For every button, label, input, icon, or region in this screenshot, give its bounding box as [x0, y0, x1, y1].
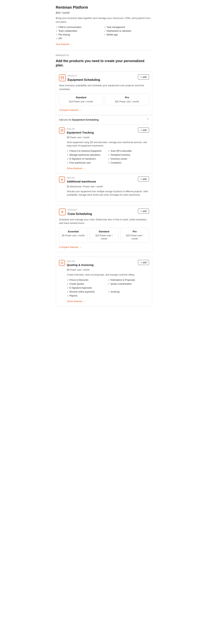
feat-prices-discounts: ✓ Prices & Discounts: [67, 278, 108, 282]
product-crew-scheduling: PRODUCT Crew Scheduling + add Schedule a…: [56, 205, 152, 252]
additional-warehouse-icon: [59, 176, 65, 182]
addon-type-quoting: ADD-ON: [67, 260, 94, 263]
feat-quote-customization: ✓ Quote Customization: [108, 282, 149, 286]
plan-price-pro-crew: $25 Power user / month: [123, 234, 146, 240]
addon-desc-warehouse: Allocate your equipment from multiple st…: [67, 190, 149, 196]
product-equipment-scheduling: PRODUCT Equipment Scheduling + add View …: [56, 71, 152, 202]
product-desc-equipment: View inventory availability and schedule…: [59, 84, 149, 91]
product-type-crew: PRODUCT: [68, 208, 92, 211]
feat-invoicing: ✓ Invoicing: [108, 290, 149, 294]
feat-estimations: ✓ Estimations & Proposals: [108, 278, 149, 282]
feature-team: ✓ Team collaboration: [56, 29, 104, 33]
crew-scheduling-icon: [59, 208, 66, 215]
products-section-heading: Add the products you need to create your…: [56, 59, 152, 68]
plan-name-standard: Standard: [62, 96, 100, 100]
feat-inventory-counts: ✓ Inventory counts: [108, 157, 149, 160]
plan-standard-crew[interactable]: Standard $19 Power user / month: [90, 228, 118, 242]
plan-name-pro-crew: Pro: [123, 230, 146, 234]
addon-name-warehouse: Additional warehouse: [67, 180, 96, 184]
equipment-tracking-icon: [59, 128, 65, 134]
addon-header-warehouse: ADD-ON Additional warehouse + add: [59, 176, 149, 184]
feature-api: ✓ API: [56, 37, 104, 40]
addon-header-tracking: ADD-ON Equipment Tracking + add: [59, 128, 149, 135]
plan-name-pro: Pro: [108, 96, 146, 100]
addon-features-quoting: ✓ Prices & Discounts ✓ Estimations & Pro…: [67, 278, 149, 298]
feature-crm: ✓ CRM & communication: [56, 26, 104, 29]
plan-standard-equipment[interactable]: Standard $19 Power user / month: [59, 94, 103, 105]
addon-header-left-warehouse: ADD-ON Additional warehouse: [59, 176, 96, 184]
feature-task: ✓ Task management: [104, 26, 152, 29]
svg-point-2: [63, 77, 63, 77]
plan-name-essential: Essential: [62, 230, 85, 234]
plan-pro-equipment[interactable]: Pro $25 Power user / month: [105, 94, 149, 105]
plan-essential-crew[interactable]: Essential $9 Power user / month: [59, 228, 88, 242]
feature-file: ✓ File sharing: [56, 33, 104, 36]
product-card-crew: PRODUCT Crew Scheduling + add Schedule a…: [56, 205, 152, 252]
product-header-crew: PRODUCT Crew Scheduling + add: [59, 208, 149, 216]
product-name-crew: Crew Scheduling: [68, 212, 92, 216]
addon-equipment-tracking: ADD-ON Equipment Tracking + add $9 Power…: [56, 124, 152, 174]
feat-warehouse-ops: ✓ Manage warehouse operations: [67, 153, 108, 156]
platform-description: Bring your business data together and ma…: [56, 16, 152, 24]
add-quoting-invoicing-button[interactable]: + add: [138, 260, 149, 265]
products-section-label: PRODUCTS: [56, 54, 152, 57]
feat-reports: ✓ Reports: [67, 294, 108, 298]
product-header-equipment: PRODUCT Equipment Scheduling + add: [59, 74, 149, 82]
svg-rect-0: [61, 77, 64, 79]
add-equipment-scheduling-button[interactable]: + add: [138, 74, 149, 80]
addon-name-quoting: Quoting & Invoicing: [67, 263, 94, 267]
addon-type-warehouse: ADD-ON: [67, 176, 96, 179]
addon-type-tracking: ADD-ON: [67, 128, 94, 130]
addon-price-quoting: $9 Power user / month: [67, 268, 149, 272]
feat-warehouse-user: ✓ Free warehouse user: [67, 161, 108, 164]
svg-point-6: [62, 211, 63, 212]
addon-cards-equipment: ADD-ON Equipment Tracking + add $9 Power…: [56, 124, 152, 202]
addon-toggle-text: Add-ons for Equipment Scheduling: [59, 118, 99, 122]
plan-pro-crew[interactable]: Pro $25 Power user / month: [120, 228, 149, 242]
see-features-link[interactable]: See features →: [56, 42, 73, 46]
platform-features: ✓ CRM & communication ✓ Task management …: [56, 26, 152, 40]
addon-additional-warehouse: ADD-ON Additional warehouse + add $6 War…: [56, 174, 152, 202]
addon-price-tracking: $9 Power user / month: [67, 136, 149, 139]
svg-rect-5: [61, 180, 63, 180]
plan-price-pro: $25 Power user / month: [108, 100, 146, 103]
plan-price-standard-crew: $19 Power user / month: [92, 234, 115, 240]
addon-header-left-tracking: ADD-ON Equipment Tracking: [59, 128, 94, 135]
platform-section: Rentman Platform $39 / month Bring your …: [56, 4, 152, 46]
addon-price-warehouse: $6 Warehouse / Power user / month: [67, 185, 149, 188]
product-desc-crew: Schedule and manage your crew. Determine…: [59, 218, 149, 225]
addon-name-tracking: Equipment Tracking: [67, 130, 94, 135]
plan-price-essential: $9 Power user / month: [62, 234, 85, 237]
addon-features-tracking: ✓ Check-in & checkout Equipment ✓ Scan Q…: [67, 149, 149, 164]
compare-features-crew-link[interactable]: Compare features →: [59, 245, 82, 249]
addon-header-quoting: ADD-ON Quoting & Invoicing + add: [59, 260, 149, 267]
product-header-left-equipment: PRODUCT Equipment Scheduling: [59, 74, 100, 82]
feature-mobile: ✓ Mobile app: [104, 33, 152, 36]
plan-name-standard-crew: Standard: [92, 230, 115, 234]
addon-desc-quoting: Create estimates, send out proposals, an…: [67, 273, 149, 276]
feat-serialised: ✓ Serialised inventory: [108, 153, 149, 156]
equipment-scheduling-icon: [59, 74, 66, 81]
product-card-equipment: PRODUCT Equipment Scheduling + add View …: [56, 71, 152, 115]
feat-containers: ✓ Containers: [108, 161, 149, 164]
show-features-tracking-link[interactable]: Show features →: [67, 166, 86, 170]
feat-placeholder: [108, 286, 149, 290]
product-name-equipment: Equipment Scheduling: [68, 78, 100, 82]
compare-features-equipment-link[interactable]: Compare features →: [59, 108, 82, 112]
addon-toggle-bar-equipment[interactable]: Add-ons for Equipment Scheduling ⌃: [56, 115, 152, 124]
add-crew-scheduling-button[interactable]: + add: [138, 208, 149, 214]
show-features-quoting-link[interactable]: Show features →: [67, 300, 86, 303]
feat-esignature: ✓ E-Signature on handovers: [67, 157, 108, 160]
addon-toggle-equipment[interactable]: Add-ons for Equipment Scheduling ⌃: [56, 115, 152, 202]
feat-scan-qr: ✓ Scan QR & barcodes: [108, 149, 149, 153]
svg-point-1: [62, 77, 62, 77]
feature-dashboards: ✓ Dashboards & calendars: [104, 29, 152, 33]
add-equipment-tracking-button[interactable]: + add: [138, 128, 149, 132]
add-warehouse-button[interactable]: + add: [138, 176, 149, 182]
feat-checkin: ✓ Check-in & checkout Equipment: [67, 149, 108, 153]
quoting-invoicing-icon: [59, 260, 65, 266]
svg-point-4: [62, 129, 63, 130]
platform-title: Rentman Platform: [56, 4, 152, 10]
addon-desc-tracking: Scan equipment using QR and barcodes, ma…: [67, 141, 149, 148]
chevron-up-icon: ⌃: [147, 118, 149, 122]
